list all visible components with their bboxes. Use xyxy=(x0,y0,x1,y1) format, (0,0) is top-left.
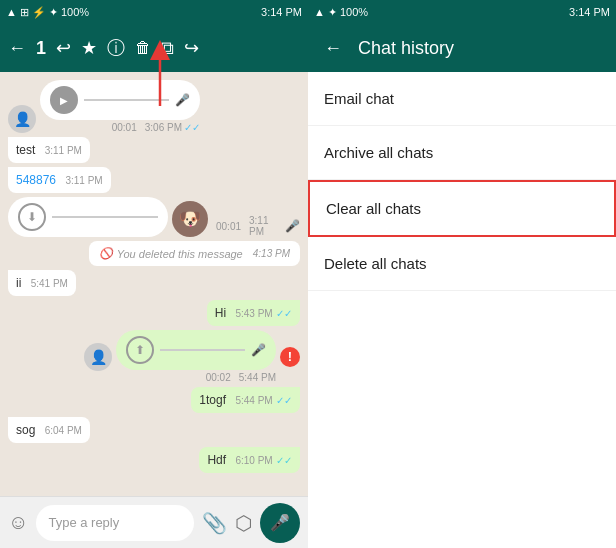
input-bar: ☺ Type a reply 📎 ⬡ 🎤 xyxy=(0,496,308,548)
msg-meta: 00:01 3:06 PM ✓✓ xyxy=(40,122,200,133)
audio-wave xyxy=(84,90,169,110)
deleted-icon: 🚫 xyxy=(99,247,113,260)
msg-text: test xyxy=(16,143,35,157)
audio-wave-sent xyxy=(160,340,245,360)
message-sog: sog 6:04 PM xyxy=(8,417,300,443)
audio-bubble-download: ⬇ xyxy=(8,197,168,237)
audio-bubble-sent: ⬆ 🎤 xyxy=(116,330,276,370)
copy-icon[interactable]: ⧉ xyxy=(161,38,174,59)
bubble-test: test 3:11 PM xyxy=(8,137,90,163)
bluetooth-icon: ✦ xyxy=(49,6,58,19)
mic-icon-dl: 🎤 xyxy=(285,219,300,233)
attach-button[interactable]: 📎 xyxy=(202,511,227,535)
right-toolbar: ← Chat history xyxy=(308,24,616,72)
download-button[interactable]: ⬇ xyxy=(18,203,46,231)
left-status-bar: ▲ ⊞ ⚡ ✦ 100% 3:14 PM xyxy=(0,0,308,24)
audio-wave-dl xyxy=(52,207,158,227)
msg-meta-dl: 00:01 3:11 PM 🎤 xyxy=(216,215,300,237)
sim-icon: ⊞ xyxy=(20,6,29,19)
right-status-right: 3:14 PM xyxy=(569,6,610,18)
bubble-1togf: 1togf 5:44 PM ✓✓ xyxy=(191,387,300,413)
bubble-hdf: Hdf 6:10 PM ✓✓ xyxy=(199,447,300,473)
msg-ii-text: ii xyxy=(16,276,21,290)
audio-duration: 00:01 xyxy=(112,122,137,133)
msg-hi-text: Hi xyxy=(215,306,226,320)
camera-button[interactable]: ⬡ xyxy=(235,511,252,535)
message-hdf: Hdf 6:10 PM ✓✓ xyxy=(8,447,300,473)
battery-icon: 100% xyxy=(61,6,89,18)
avatar-dog: 🐶 xyxy=(172,201,208,237)
signal-icon: ▲ xyxy=(6,6,17,18)
star-icon[interactable]: ★ xyxy=(81,37,97,59)
mic-icon-sent: 🎤 xyxy=(251,343,266,357)
message-hi: Hi 5:43 PM ✓✓ xyxy=(8,300,300,326)
right-panel: ▲ ✦ 100% 3:14 PM ← Chat history Email ch… xyxy=(308,0,616,548)
avatar-sent: 👤 xyxy=(84,343,112,371)
play-button[interactable]: ▶ xyxy=(50,86,78,114)
left-toolbar: ← 1 ↩ ★ ⓘ 🗑 ⧉ ↪ xyxy=(0,24,308,72)
msg-hdf-text: Hdf xyxy=(207,453,226,467)
message-audio-download: ⬇ 🐶 00:01 3:11 PM 🎤 xyxy=(8,197,300,237)
status-bar-left: ▲ ⊞ ⚡ ✦ 100% xyxy=(6,6,89,19)
avatar: 👤 xyxy=(8,105,36,133)
menu-item-clear-all[interactable]: Clear all chats xyxy=(308,180,616,237)
menu-item-archive-all[interactable]: Archive all chats xyxy=(308,126,616,180)
right-time: 3:14 PM xyxy=(569,6,610,18)
right-status-bar: ▲ ✦ 100% 3:14 PM xyxy=(308,0,616,24)
error-badge: ! xyxy=(280,347,300,367)
chat-area: 👤 ▶ 🎤 00:01 3:06 PM ✓✓ test xyxy=(0,72,308,496)
info-icon[interactable]: ⓘ xyxy=(107,36,125,60)
status-bar-right: 3:14 PM xyxy=(261,6,302,18)
reply-placeholder: Type a reply xyxy=(48,515,119,530)
message-audio-sent: 👤 ⬆ 🎤 00:02 5:44 PM ! xyxy=(8,330,300,383)
selected-count: 1 xyxy=(36,38,46,59)
audio-bubble-received: ▶ 🎤 xyxy=(40,80,200,120)
deleted-text: You deleted this message xyxy=(117,248,243,260)
message-link: 548876 3:11 PM xyxy=(8,167,300,193)
menu-item-email-chat[interactable]: Email chat xyxy=(308,72,616,126)
right-signal-icon: ▲ xyxy=(314,6,325,18)
chat-history-menu: Email chat Archive all chats Clear all c… xyxy=(308,72,616,548)
right-wifi-icon: ✦ xyxy=(328,6,337,19)
bubble-sog: sog 6:04 PM xyxy=(8,417,90,443)
msg-meta-sent: 00:02 5:44 PM xyxy=(116,372,276,383)
mic-button[interactable]: 🎤 xyxy=(260,503,300,543)
right-status-left: ▲ ✦ 100% xyxy=(314,6,368,19)
message-1togf: 1togf 5:44 PM ✓✓ xyxy=(8,387,300,413)
bubble-hi: Hi 5:43 PM ✓✓ xyxy=(207,300,300,326)
msg-sog-text: sog xyxy=(16,423,35,437)
forward-icon[interactable]: ↪ xyxy=(184,37,199,59)
message-audio-received: 👤 ▶ 🎤 00:01 3:06 PM ✓✓ xyxy=(8,80,300,133)
message-deleted: 🚫 You deleted this message 4:13 PM xyxy=(8,241,300,266)
reply-input[interactable]: Type a reply xyxy=(36,505,194,541)
left-time: 3:14 PM xyxy=(261,6,302,18)
chat-history-title: Chat history xyxy=(358,38,454,59)
menu-item-delete-all[interactable]: Delete all chats xyxy=(308,237,616,291)
upload-button[interactable]: ⬆ xyxy=(126,336,154,364)
message-test: test 3:11 PM xyxy=(8,137,300,163)
usb-icon: ⚡ xyxy=(32,6,46,19)
bubble-deleted: 🚫 You deleted this message 4:13 PM xyxy=(89,241,300,266)
mic-icon: 🎤 xyxy=(175,93,190,107)
bubble-ii: ii 5:41 PM xyxy=(8,270,76,296)
mic-icon-input: 🎤 xyxy=(270,513,290,532)
bubble-link: 548876 3:11 PM xyxy=(8,167,111,193)
reply-icon[interactable]: ↩ xyxy=(56,37,71,59)
back-button[interactable]: ← xyxy=(8,38,26,59)
msg-1togf-text: 1togf xyxy=(199,393,226,407)
delete-icon[interactable]: 🗑 xyxy=(135,39,151,57)
message-ii: ii 5:41 PM xyxy=(8,270,300,296)
right-battery-icon: 100% xyxy=(340,6,368,18)
msg-link[interactable]: 548876 xyxy=(16,173,56,187)
emoji-button[interactable]: ☺ xyxy=(8,511,28,534)
right-back-button[interactable]: ← xyxy=(324,38,342,59)
left-panel: ▲ ⊞ ⚡ ✦ 100% 3:14 PM ← 1 ↩ ★ ⓘ 🗑 ⧉ ↪ � xyxy=(0,0,308,548)
